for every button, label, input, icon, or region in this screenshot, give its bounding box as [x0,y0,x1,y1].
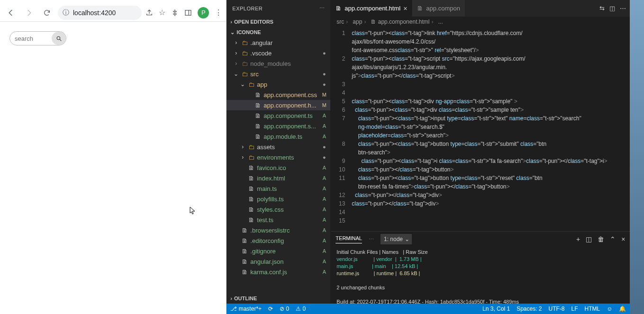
git-badge: A [321,186,327,191]
file-index.html[interactable]: 🗎index.htmlA [227,173,330,183]
folder-app[interactable]: ⌄🗀app● [227,79,330,90]
bell-icon[interactable]: 🔔 [619,305,626,312]
folder-.vscode[interactable]: ›🗀.vscode● [227,48,330,58]
folder-.angular[interactable]: ›🗀.angular [227,37,330,48]
file-icon: 🗎 [241,269,248,276]
terminal-more-icon[interactable]: ⋯ [369,236,374,242]
indentation[interactable]: Spaces: 2 [517,305,542,312]
file-styles.css[interactable]: 🗎styles.cssA [227,204,330,215]
language-mode[interactable]: HTML [585,305,600,312]
profile-avatar[interactable]: P [198,7,209,18]
file-app.component.h...[interactable]: 🗎app.component.h...M [227,100,330,110]
reload-button[interactable] [40,6,54,20]
terminal-tab[interactable]: TERMINAL [336,235,362,243]
browser-tabstrip [0,0,226,4]
git-badge: A [321,196,327,202]
file-icon: 🗎 [241,227,248,234]
file-icon: 🗎 [241,237,248,244]
errors-count[interactable]: ⊘ 0 [280,305,289,312]
menu-icon[interactable]: ⋮ [215,8,222,17]
file-karma.conf.js[interactable]: 🗎karma.conf.jsA [227,267,330,277]
search-input[interactable] [10,32,52,45]
folder-environments[interactable]: ›🗀environments● [227,152,330,162]
cursor-position[interactable]: Ln 3, Col 1 [482,305,510,312]
warnings-count[interactable]: ⚠ 0 [296,305,306,312]
folder-src[interactable]: ⌄🗀src● [227,69,330,79]
file-icon: 🗎 [247,175,255,182]
file-icon: 🗎 [241,248,248,255]
close-icon[interactable]: × [403,5,407,12]
project-section[interactable]: ⌄ICONONE [227,27,330,37]
git-badge: A [321,259,327,264]
terminal-task-select[interactable]: 1: node [381,234,412,244]
file-app.module.ts[interactable]: 🗎app.module.tsA [227,131,330,142]
code-editor[interactable]: 123456789101112131415 class="t-pun"><cla… [331,27,630,231]
split-icon[interactable]: ◫ [609,5,615,12]
folder-assets[interactable]: ›🗀assets● [227,142,330,152]
back-button[interactable] [4,6,18,20]
file-.gitignore[interactable]: 🗎.gitignoreA [227,246,330,256]
tree-item-label: app.component.css [263,91,319,99]
folder-icon: 🗀 [241,39,248,46]
outline-section[interactable]: ›OUTLINE [227,293,330,304]
git-badge: M [321,102,327,108]
eol[interactable]: LF [571,305,578,312]
terminal-panel: TERMINAL ⋯ 1: node + ◫ 🗑 ⌃ × Initial Chu… [331,231,630,314]
file-app.component.s...[interactable]: 🗎app.component.s...A [227,121,330,131]
minimap[interactable] [607,27,630,231]
share-icon[interactable] [145,9,153,17]
file-test.ts[interactable]: 🗎test.tsA [227,215,330,225]
tab-app-compon[interactable]: 🗎 app.compon [412,0,465,17]
panel-icon[interactable] [184,9,192,17]
feedback-icon[interactable]: ☺ [607,305,612,312]
tree-item-label: karma.conf.js [250,269,319,276]
file-icon: 🗎 [247,185,255,192]
git-badge: ● [321,81,327,87]
address-bar[interactable]: ⓘ localhost:4200 [58,6,142,20]
encoding[interactable]: UTF-8 [549,305,565,312]
file-angular.json[interactable]: 🗎angular.jsonA [227,256,330,267]
explorer-more-icon[interactable]: ⋯ [319,5,325,11]
tree-item-label: polyfills.ts [257,196,319,203]
git-branch[interactable]: ⎇ master*+ [230,305,262,312]
split-terminal-icon[interactable]: ◫ [586,235,592,243]
close-panel-icon[interactable]: × [621,235,625,243]
folder-node_modules[interactable]: ›🗀node_modules [227,58,330,69]
tree-item-label: .browserslistrc [250,227,319,234]
extensions-icon[interactable] [171,9,179,17]
status-bar: ⎇ master*+ ⟳ ⊘ 0 ⚠ 0 Ln 3, Col 1 Spaces:… [227,304,630,314]
open-editors-section[interactable]: ›OPEN EDITORS [227,17,330,27]
maximize-icon[interactable]: ⌃ [610,235,616,243]
breadcrumbs[interactable]: src app 🗎 app.component.html ... [331,17,630,27]
more-icon[interactable]: ⋯ [620,5,626,12]
sync-icon[interactable]: ⟳ [268,305,273,312]
new-terminal-icon[interactable]: + [576,235,580,243]
bookmark-icon[interactable]: ☆ [159,8,165,17]
git-badge: M [321,92,327,98]
file-.browserslistrc[interactable]: 🗎.browserslistrcA [227,225,330,235]
page-content [0,22,226,314]
tab-app-component-html[interactable]: 🗎 app.component.html × [331,0,412,17]
search-submit-button[interactable] [52,32,66,45]
site-info-icon[interactable]: ⓘ [63,9,69,17]
file-favicon.ico[interactable]: 🗎favicon.icoA [227,162,330,173]
file-app.component.css[interactable]: 🗎app.component.cssM [227,90,330,100]
file-app.component.ts[interactable]: 🗎app.component.tsA [227,110,330,121]
forward-button[interactable] [22,6,36,20]
file-.editorconfig[interactable]: 🗎.editorconfigA [227,235,330,246]
svg-point-2 [57,36,60,40]
file-polyfills.ts[interactable]: 🗎polyfills.tsA [227,194,330,204]
git-badge: A [321,175,327,181]
file-main.ts[interactable]: 🗎main.tsA [227,183,330,194]
kill-terminal-icon[interactable]: 🗑 [598,235,604,243]
file-icon: 🗎 [336,5,342,12]
compare-icon[interactable]: ⇆ [599,5,605,12]
svg-rect-0 [185,10,191,15]
file-icon: 🗎 [417,5,423,12]
tree-item-label: test.ts [257,216,319,224]
tree-item-label: .editorconfig [250,237,319,244]
file-icon: 🗎 [241,258,248,265]
tree-item-label: styles.css [257,206,319,213]
tree-item-label: favicon.ico [257,164,319,171]
git-badge: ● [321,144,327,150]
